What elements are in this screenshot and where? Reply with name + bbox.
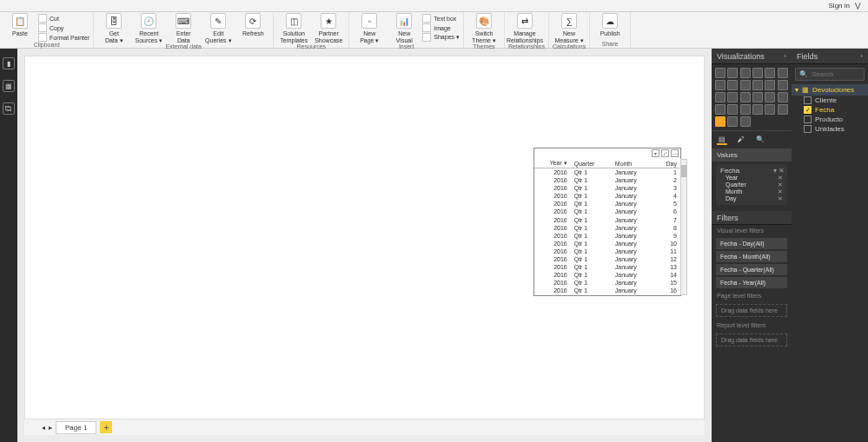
format-painter-button[interactable]: Format Painter xyxy=(38,33,89,42)
col-quarter[interactable]: Quarter xyxy=(571,159,612,168)
table-row[interactable]: 2016Qtr 1January2 xyxy=(534,176,680,184)
table-row[interactable]: 2016Qtr 1January5 xyxy=(534,200,680,208)
values-well-fecha[interactable]: Fecha▾ ✕ Year✕Quarter✕Month✕Day✕ xyxy=(716,164,787,205)
field-fecha[interactable]: ✓Fecha xyxy=(792,105,868,115)
tab-add[interactable]: + xyxy=(100,421,112,433)
settings-icon[interactable]: ⋁ xyxy=(855,2,861,10)
col-year[interactable]: Year ▾ xyxy=(534,159,571,168)
table-row[interactable]: 2016Qtr 1January12 xyxy=(534,255,680,263)
viz-type-4[interactable] xyxy=(765,68,775,78)
viz-type-18[interactable] xyxy=(715,104,726,115)
viz-type-3[interactable] xyxy=(752,68,763,78)
col-month[interactable]: Month xyxy=(612,159,654,168)
table-row[interactable]: 2016Qtr 1January8 xyxy=(534,224,680,232)
viz-type-17[interactable] xyxy=(778,92,788,102)
viz-type-9[interactable] xyxy=(752,80,763,90)
viz-type-0[interactable] xyxy=(715,68,726,78)
new-visual-button[interactable]: 📊New Visual xyxy=(388,13,421,43)
image-button[interactable]: Image xyxy=(422,23,460,32)
new-measure-button[interactable]: ∑New Measure ▾ xyxy=(553,13,586,43)
shapes-button[interactable]: Shapes ▾ xyxy=(422,33,460,42)
table-row[interactable]: 2016Qtr 1January15 xyxy=(534,279,680,287)
cut-button[interactable]: Cut xyxy=(38,14,89,23)
col-day[interactable]: Day xyxy=(654,159,680,168)
table-devoluciones[interactable]: ▾▦Devoluciones xyxy=(792,84,868,96)
viz-type-13[interactable] xyxy=(727,92,738,102)
publish-button[interactable]: ☁Publish xyxy=(593,13,626,37)
field-cliente[interactable]: Cliente xyxy=(792,96,868,105)
partner-showcase-button[interactable]: ★Partner Showcase xyxy=(312,13,345,43)
fields-tab-icon[interactable]: ▤ xyxy=(717,135,727,145)
tab-prev-icon[interactable]: ◂ xyxy=(42,424,45,432)
report-view-icon[interactable]: ▮ xyxy=(3,57,15,69)
copy-button[interactable]: Copy xyxy=(38,23,89,32)
field-producto[interactable]: Producto xyxy=(792,115,868,124)
tab-next-icon[interactable]: ▸ xyxy=(49,424,52,432)
viz-type-24[interactable] xyxy=(715,116,726,127)
tab-page1[interactable]: Page 1 xyxy=(56,421,96,434)
table-row[interactable]: 2016Qtr 1January9 xyxy=(534,232,680,240)
report-filter-dropzone[interactable]: Drag data fields here xyxy=(716,333,787,346)
textbox-button[interactable]: Text box xyxy=(422,14,460,23)
well-item[interactable]: Day✕ xyxy=(720,195,783,202)
filter-item[interactable]: Fecha - Month(All) xyxy=(716,251,787,262)
viz-type-19[interactable] xyxy=(727,104,738,115)
viz-type-20[interactable] xyxy=(740,104,751,115)
analytics-tab-icon[interactable]: 🔍 xyxy=(755,135,765,145)
table-row[interactable]: 2016Qtr 1January3 xyxy=(534,184,680,192)
well-item[interactable]: Year✕ xyxy=(720,175,783,181)
search-input[interactable] xyxy=(812,70,868,78)
viz-type-11[interactable] xyxy=(778,80,788,90)
filter-item[interactable]: Fecha - Day(All) xyxy=(716,238,787,249)
table-row[interactable]: 2016Qtr 1January7 xyxy=(534,216,680,224)
viz-type-16[interactable] xyxy=(765,92,775,102)
table-row[interactable]: 2016Qtr 1January1 xyxy=(534,168,680,177)
fields-search[interactable]: 🔍 xyxy=(795,68,865,81)
viz-type-14[interactable] xyxy=(740,92,751,102)
filters-title[interactable]: Filters xyxy=(712,211,792,225)
viz-type-1[interactable] xyxy=(727,68,738,78)
refresh-button[interactable]: ⟳Refresh xyxy=(236,13,269,37)
well-item[interactable]: Quarter✕ xyxy=(720,181,783,188)
get-data-button[interactable]: 🗄Get Data ▾ xyxy=(97,13,130,43)
model-view-icon[interactable]: ⿻ xyxy=(3,102,15,115)
viz-type-26[interactable] xyxy=(740,116,751,127)
viz-type-6[interactable] xyxy=(715,80,726,90)
viz-type-2[interactable] xyxy=(740,68,751,78)
recent-sources-button[interactable]: 🕘Recent Sources ▾ xyxy=(132,13,165,43)
visualizations-title[interactable]: Visualizations› xyxy=(712,49,792,64)
table-row[interactable]: 2016Qtr 1January10 xyxy=(534,240,680,247)
remove-icon[interactable]: ▾ ✕ xyxy=(773,167,785,175)
table-visual[interactable]: ▾ ⤢ ⋯ Year ▾ Quarter Month Day 2016Qtr 1… xyxy=(533,148,681,296)
filter-item[interactable]: Fecha - Quarter(All) xyxy=(716,264,787,275)
manage-relationships-button[interactable]: ⇄Manage Relationships xyxy=(508,13,541,43)
visual-focus-icon[interactable]: ⤢ xyxy=(661,149,669,157)
edit-queries-button[interactable]: ✎Edit Queries ▾ xyxy=(202,13,235,43)
solution-templates-button[interactable]: ◫Solution Templates xyxy=(277,13,310,43)
report-canvas[interactable]: ▾ ⤢ ⋯ Year ▾ Quarter Month Day 2016Qtr 1… xyxy=(24,56,705,419)
table-row[interactable]: 2016Qtr 1January16 xyxy=(534,287,680,294)
viz-type-21[interactable] xyxy=(752,104,763,115)
visual-scrollbar[interactable] xyxy=(680,159,687,295)
checkbox-icon[interactable] xyxy=(804,125,812,133)
checkbox-icon[interactable] xyxy=(804,115,812,123)
viz-type-5[interactable] xyxy=(778,68,788,78)
well-item[interactable]: Month✕ xyxy=(720,188,783,195)
signin-link[interactable]: Sign in xyxy=(829,2,850,10)
fields-title[interactable]: Fields› xyxy=(792,49,868,64)
new-page-button[interactable]: ▫New Page ▾ xyxy=(353,13,386,43)
viz-type-15[interactable] xyxy=(752,92,763,102)
page-filter-dropzone[interactable]: Drag data fields here xyxy=(716,304,787,317)
table-row[interactable]: 2016Qtr 1January13 xyxy=(534,263,680,271)
visual-filter-icon[interactable]: ▾ xyxy=(652,149,659,157)
data-view-icon[interactable]: ▦ xyxy=(3,80,15,92)
viz-type-22[interactable] xyxy=(765,104,775,115)
filter-item[interactable]: Fecha - Year(All) xyxy=(716,277,787,288)
field-unidades[interactable]: Unidades xyxy=(792,124,868,134)
visual-more-icon[interactable]: ⋯ xyxy=(671,149,679,157)
switch-theme-button[interactable]: 🎨Switch Theme ▾ xyxy=(467,13,500,43)
table-row[interactable]: 2016Qtr 1January14 xyxy=(534,271,680,279)
format-tab-icon[interactable]: 🖌 xyxy=(736,135,746,145)
table-row[interactable]: 2016Qtr 1January11 xyxy=(534,247,680,255)
table-row[interactable]: 2016Qtr 1January4 xyxy=(534,192,680,200)
